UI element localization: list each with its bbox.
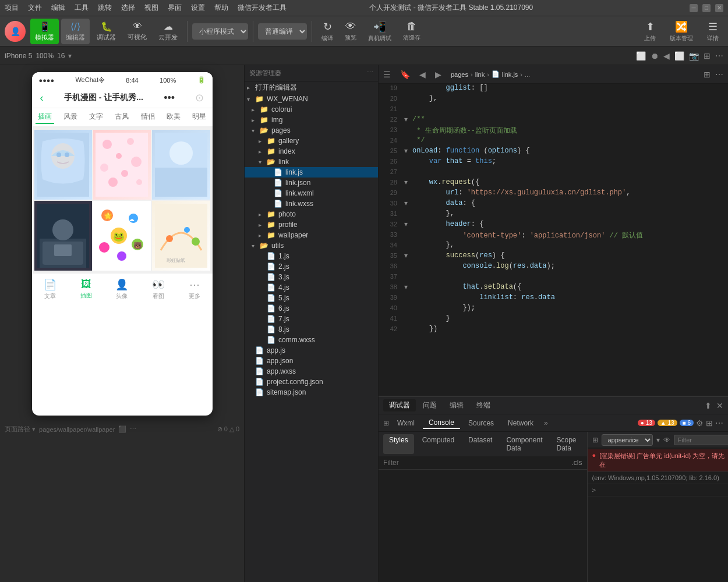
file-tree-more[interactable]: ⋯ (367, 69, 373, 77)
back-icon[interactable]: ◀ (663, 51, 670, 61)
split-icon[interactable]: ⊞ (704, 51, 711, 61)
breadcrumb-link-js[interactable]: link.js (502, 71, 518, 78)
gallery-item-4[interactable] (34, 201, 92, 271)
menu-item-goto[interactable]: 跳转 (98, 3, 112, 13)
gallery-item-3[interactable] (152, 130, 210, 200)
styles-tab-component[interactable]: Component Data (500, 434, 548, 454)
folder-index[interactable]: ▸ 📁 index (245, 146, 378, 157)
devtools-tab-edit[interactable]: 编辑 (444, 399, 469, 411)
simulator-more-icon[interactable]: ⋯ (130, 425, 136, 433)
nav-illustration[interactable]: 🖼 插图 (80, 278, 92, 300)
file-project-config[interactable]: 📄 project.config.json (245, 377, 378, 387)
real-debug-btn[interactable]: 📲 真机调试 (363, 18, 396, 45)
appservice-arrow[interactable]: ▾ (656, 436, 660, 444)
file-link-wxml[interactable]: 📄 link.wxml (245, 188, 378, 198)
root-folder[interactable]: ▾ 📁 WX_WENAN (245, 94, 378, 104)
folder-gallery[interactable]: ▸ 📁 gallery (245, 136, 378, 146)
folder-profile[interactable]: ▸ 📁 profile (245, 219, 378, 230)
styles-tab-computed[interactable]: Computed (416, 434, 460, 454)
file-link-js[interactable]: 📄 link.js (245, 167, 378, 178)
debugger-btn[interactable]: 🐛 调试器 (92, 19, 121, 44)
tab-couple[interactable]: 情侣 (139, 111, 157, 124)
compile-select[interactable]: 普通编译 (258, 23, 307, 40)
file-app-json[interactable]: 📄 app.json (245, 356, 378, 366)
nav-avatar[interactable]: 👤 头像 (115, 278, 128, 300)
bookmark-icon[interactable]: 🔖 (395, 70, 415, 79)
close-button[interactable]: ✕ (715, 4, 723, 12)
file-app-wxss[interactable]: 📄 app.wxss (245, 366, 378, 377)
folder-wallpaper[interactable]: ▸ 📁 wallpaper (245, 230, 378, 240)
file-app-js[interactable]: 📄 app.js (245, 345, 378, 356)
file-6js[interactable]: 📄 6.js (245, 303, 378, 314)
file-sitemap[interactable]: 📄 sitemap.json (245, 387, 378, 398)
nav-back[interactable]: ◀ (415, 70, 430, 79)
file-comm-wxss[interactable]: 📄 comm.wxss (245, 335, 378, 345)
styles-filter-input[interactable] (383, 459, 572, 467)
console-eye-icon[interactable]: 👁 (663, 436, 670, 444)
split-editor-icon[interactable]: ⊞ (704, 70, 711, 79)
folder-link[interactable]: ▾ 📂 link (245, 157, 378, 167)
open-editors-section[interactable]: ▸ 打开的编辑器 (245, 81, 378, 94)
file-4js[interactable]: 📄 4.js (245, 282, 378, 293)
menu-item-edit[interactable]: 编辑 (51, 3, 65, 13)
folder-img[interactable]: ▸ 📁 img (245, 115, 378, 125)
more-dots[interactable]: ••• (164, 92, 175, 104)
file-link-wxss[interactable]: 📄 link.wxss (245, 198, 378, 209)
tab-network[interactable]: Network (502, 418, 539, 428)
gallery-item-5[interactable]: 🌟 ☁ 🐸 🐻 (93, 201, 151, 271)
appservice-select[interactable]: appservice (602, 434, 653, 446)
editor-btn[interactable]: ⟨/⟩ 编辑器 (61, 19, 90, 44)
tab-text[interactable]: 文字 (87, 111, 105, 124)
tab-illustration[interactable]: 插画 (36, 111, 54, 124)
cloud-btn[interactable]: ☁ 云开发 (154, 19, 182, 44)
home-icon[interactable]: ⬜ (674, 51, 684, 61)
file-1js[interactable]: 📄 1.js (245, 251, 378, 261)
gallery-item-6[interactable]: 彩虹贴纸 (152, 201, 210, 271)
gallery-item-2[interactable] (93, 130, 151, 200)
menu-item-tools[interactable]: 工具 (75, 3, 89, 13)
editor-more-icon[interactable]: ⋯ (715, 70, 723, 79)
compile-btn[interactable]: ↻ 编译 (317, 18, 338, 45)
file-3js[interactable]: 📄 3.js (245, 272, 378, 282)
large-screen-icon[interactable]: ⬛ (118, 425, 126, 433)
visual-btn[interactable]: 👁 可视化 (123, 19, 151, 44)
minimize-button[interactable]: ─ (690, 4, 698, 12)
expand-icon[interactable]: ⬆ (705, 401, 712, 410)
devtools-close-icon[interactable]: ✕ (716, 401, 723, 410)
tab-sources[interactable]: Sources (462, 418, 500, 428)
tab-scenery[interactable]: 风景 (61, 111, 80, 124)
menu-item-help[interactable]: 帮助 (214, 3, 228, 13)
folder-pages[interactable]: ▾ 📂 pages (245, 125, 378, 136)
menu-item-view[interactable]: 视图 (144, 3, 158, 13)
back-arrow[interactable]: ‹ (40, 92, 44, 104)
log-prompt[interactable]: > (588, 484, 729, 496)
record-icon[interactable]: ⏺ (651, 51, 659, 61)
file-link-json[interactable]: 📄 link.json (245, 178, 378, 188)
devtools-tab-terminal[interactable]: 终端 (471, 399, 496, 411)
devtools-layout-icon[interactable]: ⊞ (706, 418, 713, 428)
tab-ancient[interactable]: 古风 (112, 111, 131, 124)
more-panels-icon[interactable]: » (544, 419, 548, 427)
styles-tab-dataset[interactable]: Dataset (462, 434, 498, 454)
clear-cache-btn[interactable]: 🗑 清缓存 (398, 18, 425, 44)
dropdown-icon[interactable]: ▾ (68, 52, 72, 60)
nav-view[interactable]: 👀 看图 (152, 278, 165, 300)
console-filter-input[interactable] (674, 435, 729, 445)
tab-western[interactable]: 欧美 (164, 111, 183, 124)
upload-btn[interactable]: ⬆ 上传 (639, 18, 660, 45)
maximize-button[interactable]: □ (702, 4, 711, 12)
styles-tab-scope[interactable]: Scope Data (550, 434, 582, 454)
tab-console[interactable]: Console (423, 417, 460, 429)
rotate-icon[interactable]: ⬜ (636, 51, 646, 61)
screenshot-icon[interactable]: 📷 (689, 51, 699, 61)
gallery-item-1[interactable] (34, 130, 92, 200)
folder-photo[interactable]: ▸ 📁 photo (245, 209, 378, 219)
folder-colorui[interactable]: ▸ 📁 colorui (245, 104, 378, 115)
cls-button[interactable]: .cls (572, 459, 582, 467)
simulator-btn[interactable]: 📱 模拟器 (30, 19, 59, 44)
file-8js[interactable]: 📄 8.js (245, 324, 378, 335)
nav-article[interactable]: 📄 文章 (44, 278, 56, 300)
file-5js[interactable]: 📄 5.js (245, 293, 378, 303)
menu-item-wechat[interactable]: 微信开发者工具 (238, 3, 287, 13)
devtools-more-icon[interactable]: ⋯ (715, 418, 723, 428)
